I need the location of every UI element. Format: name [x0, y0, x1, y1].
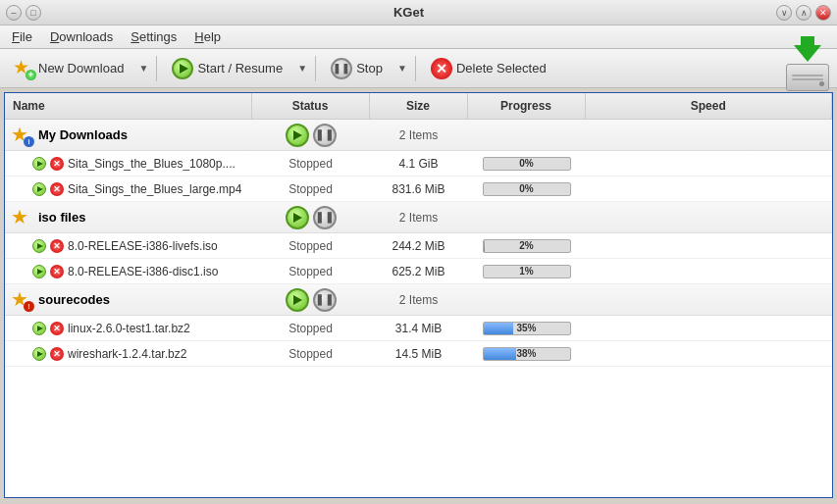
restore-button[interactable]: □	[26, 5, 41, 21]
file-size: 31.4 MiB	[370, 322, 468, 335]
column-header-speed: Speed	[586, 93, 833, 119]
file-play-icon[interactable]	[32, 347, 46, 361]
file-stop-icon: ✕	[50, 157, 64, 171]
title-bar: – □ KGet ∨ ∧ ✕	[0, 0, 837, 25]
stop-dropdown[interactable]: ▼	[395, 56, 409, 81]
minimize-button[interactable]: –	[6, 5, 22, 21]
progress-bar: 0%	[483, 157, 571, 171]
progress-label: 35%	[484, 323, 570, 334]
file-stop-icon: ✕	[50, 347, 64, 361]
main-content: Name Status Size Progress Speed ★ i My D…	[4, 92, 833, 498]
group-row: ★ ! sourecodes ❚❚ 2 Items	[5, 284, 832, 316]
file-name-cell: ✕ wireshark-1.2.4.tar.bz2	[5, 347, 252, 361]
maximize-button[interactable]: ∨	[776, 5, 792, 21]
file-row[interactable]: ✕ Sita_Sings_the_Blues_large.mp4 Stopped…	[5, 176, 832, 202]
group-size: 2 Items	[370, 211, 468, 225]
group-name-cell: ★ i My Downloads	[5, 125, 252, 146]
group-pause-button[interactable]: ❚❚	[313, 124, 337, 147]
download-arrow-icon	[794, 45, 821, 62]
file-status: Stopped	[252, 322, 370, 335]
progress-label: 0%	[484, 158, 570, 170]
stop-button[interactable]: ❚❚ Stop	[322, 53, 392, 84]
menu-downloads[interactable]: Downloads	[42, 27, 121, 46]
new-download-button[interactable]: ★ + New Download	[4, 53, 132, 84]
file-play-icon[interactable]	[32, 265, 46, 278]
title-bar-right: ∨ ∧ ✕	[776, 5, 831, 21]
group-play-button[interactable]	[286, 124, 309, 147]
file-name: wireshark-1.2.4.tar.bz2	[68, 347, 186, 361]
stop-icon: ❚❚	[331, 58, 352, 79]
badge-icon: i	[24, 136, 34, 147]
group-pause-button[interactable]: ❚❚	[313, 288, 337, 312]
file-play-icon[interactable]	[32, 157, 46, 171]
badge-icon: !	[24, 301, 34, 312]
star-icon: ★	[11, 206, 28, 227]
column-header-size: Size	[370, 93, 468, 119]
start-resume-button[interactable]: Start / Resume	[163, 53, 291, 84]
table-header: Name Status Size Progress Speed	[5, 93, 832, 120]
group-icon-iso: ★	[11, 207, 32, 228]
toolbar-separator-1	[156, 56, 157, 81]
group-play-button[interactable]	[286, 206, 309, 229]
progress-label: 1%	[484, 266, 570, 277]
start-resume-dropdown[interactable]: ▼	[295, 56, 309, 81]
new-download-label: New Download	[38, 61, 124, 76]
file-name: 8.0-RELEASE-i386-disc1.iso	[68, 265, 218, 278]
start-icon	[172, 58, 193, 79]
file-stop-icon: ✕	[50, 182, 64, 196]
unmaximize-button[interactable]: ∧	[796, 5, 811, 21]
file-play-icon[interactable]	[32, 182, 46, 196]
file-row[interactable]: ✕ wireshark-1.2.4.tar.bz2 Stopped 14.5 M…	[5, 341, 832, 367]
group-controls: ❚❚	[252, 206, 370, 229]
file-row[interactable]: ✕ Sita_Sings_the_Blues_1080p.... Stopped…	[5, 151, 832, 176]
file-name: 8.0-RELEASE-i386-livefs.iso	[68, 239, 218, 253]
group-row: ★ i My Downloads ❚❚ 2 Items	[5, 120, 832, 151]
progress-bar: 0%	[483, 182, 571, 196]
progress-label: 2%	[484, 240, 570, 252]
file-row[interactable]: ✕ 8.0-RELEASE-i386-livefs.iso Stopped 24…	[5, 233, 832, 259]
plus-badge-icon: +	[26, 70, 36, 80]
group-name-cell: ★ ! sourecodes	[5, 289, 252, 311]
group-row: ★ iso files ❚❚ 2 Items	[5, 202, 832, 233]
file-name: Sita_Sings_the_Blues_1080p....	[68, 157, 235, 171]
group-pause-button[interactable]: ❚❚	[313, 206, 337, 229]
file-play-icon[interactable]	[32, 239, 46, 253]
file-status: Stopped	[252, 182, 370, 196]
window-frame: – □ KGet ∨ ∧ ✕ File Downloads Settings H…	[0, 0, 837, 504]
toolbar-separator-2	[315, 56, 316, 81]
file-size: 625.2 MiB	[370, 265, 468, 278]
group-controls: ❚❚	[252, 124, 370, 147]
menu-file[interactable]: File	[4, 27, 40, 46]
file-play-icon[interactable]	[32, 322, 46, 335]
delete-selected-button[interactable]: ✕ Delete Selected	[422, 53, 555, 84]
file-name-cell: ✕ 8.0-RELEASE-i386-livefs.iso	[5, 239, 252, 253]
file-status: Stopped	[252, 265, 370, 278]
column-header-name: Name	[5, 93, 252, 119]
file-row[interactable]: ✕ linux-2.6.0-test1.tar.bz2 Stopped 31.4…	[5, 316, 832, 341]
menu-help[interactable]: Help	[186, 27, 229, 46]
group-name-cell: ★ iso files	[5, 207, 252, 228]
progress-label: 38%	[484, 348, 570, 360]
file-stop-icon: ✕	[50, 239, 64, 253]
file-name-cell: ✕ linux-2.6.0-test1.tar.bz2	[5, 322, 252, 335]
group-play-button[interactable]	[286, 288, 309, 312]
file-name-cell: ✕ Sita_Sings_the_Blues_1080p....	[5, 157, 252, 171]
group-icon-sourecodes: ★ !	[11, 289, 32, 311]
progress-bar: 1%	[483, 265, 571, 278]
progress-cell: 0%	[468, 182, 586, 196]
file-name-cell: ✕ Sita_Sings_the_Blues_large.mp4	[5, 182, 252, 196]
menu-settings[interactable]: Settings	[123, 27, 184, 46]
delete-selected-label: Delete Selected	[456, 61, 547, 76]
progress-bar: 38%	[483, 347, 571, 361]
new-download-dropdown[interactable]: ▼	[136, 56, 150, 81]
close-button[interactable]: ✕	[815, 5, 831, 21]
file-row[interactable]: ✕ 8.0-RELEASE-i386-disc1.iso Stopped 625…	[5, 259, 832, 284]
progress-cell: 35%	[468, 322, 586, 335]
toolbar: ★ + New Download ▼ Start / Resume ▼ ❚❚ S…	[0, 49, 837, 88]
stop-label: Stop	[356, 61, 383, 76]
progress-label: 0%	[484, 183, 570, 195]
title-bar-buttons: – □	[6, 5, 41, 21]
progress-cell: 38%	[468, 347, 586, 361]
column-header-progress: Progress	[468, 93, 586, 119]
progress-bar: 2%	[483, 239, 571, 253]
